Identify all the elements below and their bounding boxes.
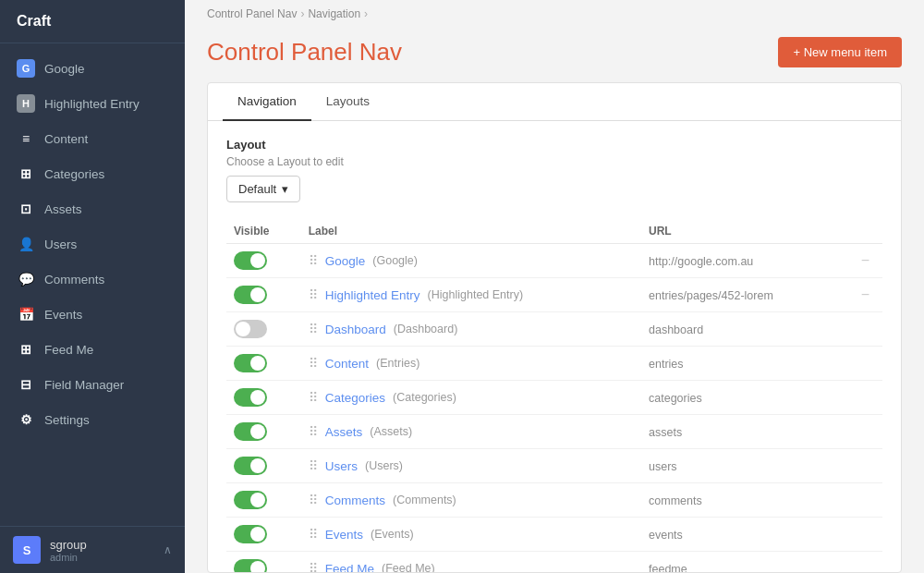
entry-type: (Highlighted Entry) [428, 288, 524, 301]
sidebar-item-google[interactable]: GGoogle [0, 51, 185, 86]
label-cell-inner: ⠿Events(Events) [309, 527, 634, 542]
label-cell: ⠿Google(Google) [301, 244, 641, 278]
drag-handle-icon[interactable]: ⠿ [309, 390, 318, 405]
breadcrumb-separator2: › [364, 7, 368, 20]
url-cell: http://google.com.au [641, 244, 848, 278]
entry-type: (Entries) [376, 357, 419, 370]
entry-link-7[interactable]: Users [325, 459, 358, 473]
label-cell-inner: ⠿Comments(Comments) [309, 493, 634, 507]
categories-icon: ⊞ [17, 165, 35, 183]
url-text: feedme [649, 563, 687, 572]
table-row: ⠿Comments(Comments)comments [226, 483, 882, 518]
sidebar-item-settings[interactable]: ⚙Settings [0, 402, 185, 437]
url-cell: comments [641, 483, 848, 518]
sidebar-item-field-manager[interactable]: ⊟Field Manager [0, 367, 185, 402]
sidebar-item-highlighted-entry[interactable]: HHighlighted Entry [0, 86, 185, 121]
toggle-cell [226, 483, 301, 518]
tab-navigation[interactable]: Navigation [223, 83, 311, 121]
entry-link-4[interactable]: Content [325, 357, 369, 371]
label-cell: ⠿Assets(Assets) [301, 415, 641, 449]
user-role: admin [50, 552, 154, 563]
breadcrumb-navigation[interactable]: Navigation [308, 7, 360, 20]
url-cell: entries [641, 347, 848, 381]
remove-cell [848, 552, 882, 573]
sidebar-item-assets[interactable]: ⊡Assets [0, 191, 185, 226]
remove-cell: − [848, 244, 882, 278]
toggle-cell [226, 449, 301, 483]
remove-cell [848, 312, 882, 347]
toggle-10[interactable] [234, 559, 267, 572]
remove-cell [848, 483, 882, 518]
breadcrumb-control-panel-nav[interactable]: Control Panel Nav [207, 7, 297, 20]
drag-handle-icon[interactable]: ⠿ [309, 322, 318, 336]
tab-content-navigation: Layout Choose a Layout to edit Default ▾… [208, 121, 901, 572]
main-content: Control Panel Nav › Navigation › Control… [185, 0, 924, 573]
drag-handle-icon[interactable]: ⠿ [309, 561, 318, 572]
label-cell: ⠿Dashboard(Dashboard) [301, 312, 641, 347]
table-row: ⠿Google(Google)http://google.com.au− [226, 244, 882, 278]
layout-label: Layout [226, 138, 882, 152]
entry-link-3[interactable]: Dashboard [325, 323, 386, 336]
sidebar-item-feed-me[interactable]: ⊞Feed Me [0, 332, 185, 367]
url-cell: entries/pages/452-lorem [641, 278, 848, 312]
sidebar-item-label-categories: Categories [44, 167, 104, 181]
remove-button-1[interactable]: − [856, 250, 875, 270]
navigation-table: Visible Label URL ⠿Google(Google)http://… [226, 219, 882, 572]
label-cell-inner: ⠿Highlighted Entry(Highlighted Entry) [309, 287, 634, 302]
toggle-9[interactable] [234, 525, 267, 543]
sidebar-item-comments[interactable]: 💬Comments [0, 262, 185, 297]
label-cell: ⠿Users(Users) [301, 449, 641, 483]
table-row: ⠿Highlighted Entry(Highlighted Entry)ent… [226, 278, 882, 312]
drag-handle-icon[interactable]: ⠿ [309, 458, 318, 473]
drag-handle-icon[interactable]: ⠿ [309, 493, 318, 507]
sidebar-item-content[interactable]: ≡Content [0, 121, 185, 156]
layout-section: Layout Choose a Layout to edit Default ▾ [226, 138, 882, 202]
entry-link-6[interactable]: Assets [325, 425, 363, 439]
drag-handle-icon[interactable]: ⠿ [309, 356, 318, 371]
entry-link-10[interactable]: Feed Me [325, 562, 374, 573]
entry-link-8[interactable]: Comments [325, 494, 385, 507]
sidebar-item-label-users: Users [44, 238, 77, 251]
drag-handle-icon[interactable]: ⠿ [309, 287, 318, 302]
sidebar-item-events[interactable]: 📅Events [0, 297, 185, 332]
table-row: ⠿Users(Users)users [226, 449, 882, 483]
toggle-7[interactable] [234, 457, 267, 475]
label-cell: ⠿Categories(Categories) [301, 381, 641, 415]
entry-link-2[interactable]: Highlighted Entry [325, 288, 420, 302]
toggle-8[interactable] [234, 491, 267, 509]
sidebar-item-label-assets: Assets [44, 202, 82, 216]
toggle-3[interactable] [234, 320, 267, 338]
tab-layouts[interactable]: Layouts [311, 83, 384, 121]
url-text: comments [649, 494, 702, 507]
drag-handle-icon[interactable]: ⠿ [309, 253, 318, 268]
toggle-5[interactable] [234, 388, 267, 407]
toggle-cell [226, 244, 301, 278]
sidebar-item-users[interactable]: 👤Users [0, 226, 185, 262]
col-url: URL [641, 219, 848, 244]
label-cell-inner: ⠿Categories(Categories) [309, 390, 634, 405]
entry-type: (Users) [365, 459, 403, 472]
toggle-1[interactable] [234, 251, 267, 270]
entry-link-9[interactable]: Events [325, 528, 363, 542]
url-text: events [649, 529, 683, 542]
toggle-4[interactable] [234, 354, 267, 372]
assets-icon: ⊡ [17, 200, 35, 218]
label-cell-inner: ⠿Assets(Assets) [309, 424, 634, 439]
sidebar-item-label-events: Events [44, 308, 82, 322]
drag-handle-icon[interactable]: ⠿ [309, 424, 318, 439]
users-icon: 👤 [17, 235, 35, 253]
toggle-cell [226, 312, 301, 347]
sidebar-item-categories[interactable]: ⊞Categories [0, 156, 185, 191]
layout-dropdown[interactable]: Default ▾ [226, 176, 300, 202]
entry-link-1[interactable]: Google [325, 254, 366, 268]
entry-link-5[interactable]: Categories [325, 391, 385, 405]
sidebar-expand-icon[interactable]: ∧ [164, 543, 172, 556]
drag-handle-icon[interactable]: ⠿ [309, 527, 318, 542]
url-text: dashboard [649, 323, 703, 336]
toggle-2[interactable] [234, 286, 267, 304]
toggle-6[interactable] [234, 422, 267, 441]
remove-button-2[interactable]: − [856, 285, 875, 304]
new-menu-item-button[interactable]: + New menu item [778, 37, 902, 67]
breadcrumb-separator: › [300, 7, 304, 20]
remove-cell [848, 347, 882, 381]
